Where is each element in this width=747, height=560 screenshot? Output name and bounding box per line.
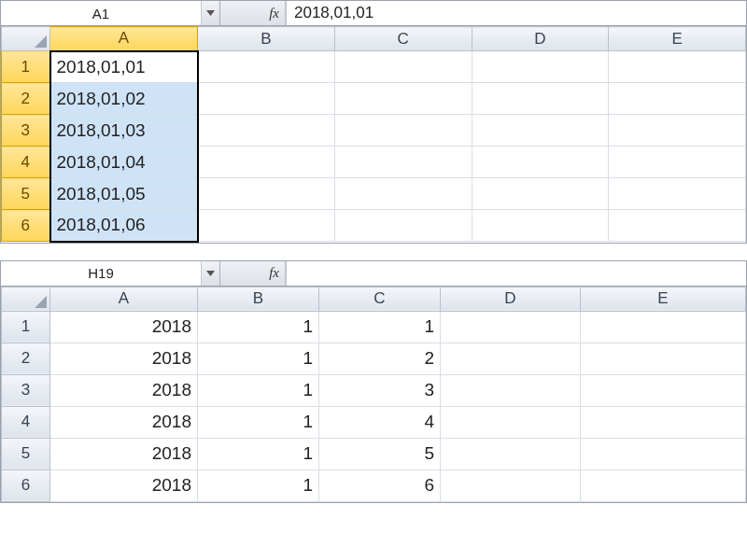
cell[interactable]	[441, 469, 581, 501]
row-header[interactable]: 5	[2, 178, 50, 210]
name-box-dropdown[interactable]	[201, 261, 219, 286]
cell[interactable]	[441, 343, 581, 374]
cell[interactable]: 1	[319, 311, 441, 343]
top-sheet: A1 fx 2018,01,01 A B C D E	[0, 0, 747, 244]
cell[interactable]	[198, 115, 335, 147]
cell[interactable]	[198, 147, 335, 178]
cell[interactable]	[609, 115, 746, 147]
row-header[interactable]: 4	[2, 147, 50, 178]
cell[interactable]: 2018	[50, 343, 198, 374]
cell[interactable]	[581, 343, 746, 374]
cell[interactable]: 3	[319, 374, 441, 406]
col-header[interactable]: D	[441, 287, 581, 311]
cell[interactable]: 2018,01,05	[50, 178, 198, 210]
cell[interactable]	[581, 438, 746, 469]
row-header[interactable]: 1	[2, 311, 50, 343]
cell[interactable]: 2018,01,06	[50, 210, 198, 242]
cell[interactable]: 6	[319, 469, 441, 501]
cell[interactable]	[441, 406, 581, 438]
cell[interactable]	[581, 406, 746, 438]
formula-bar-value[interactable]	[286, 261, 746, 286]
col-header[interactable]: C	[319, 287, 441, 311]
formula-bar-buttons: fx	[220, 261, 286, 286]
cell[interactable]: 2018	[50, 406, 198, 438]
chevron-down-icon	[206, 271, 215, 276]
svg-marker-0	[206, 10, 215, 16]
cell[interactable]	[334, 210, 472, 242]
cell[interactable]: 2018,01,03	[50, 115, 198, 147]
row-header[interactable]: 6	[2, 210, 50, 242]
cell[interactable]: 1	[198, 374, 319, 406]
cell[interactable]	[609, 178, 746, 210]
cell[interactable]: 2018	[50, 438, 198, 469]
col-header[interactable]: B	[198, 27, 335, 51]
name-box-value: H19	[1, 265, 201, 281]
formula-bar-bottom: H19 fx	[0, 260, 747, 287]
cell[interactable]: 1	[198, 406, 319, 438]
name-box[interactable]: A1	[1, 1, 220, 25]
cell[interactable]: 2018	[50, 469, 198, 501]
col-header[interactable]: E	[581, 287, 746, 311]
bottom-sheet: H19 fx A B C D E	[0, 260, 747, 503]
cell[interactable]: 2018,01,02	[50, 83, 198, 115]
cell[interactable]	[334, 83, 472, 115]
cell[interactable]	[334, 51, 472, 83]
cell[interactable]: 1	[198, 311, 319, 343]
select-all-corner[interactable]	[2, 287, 50, 311]
cell[interactable]: 2018,01,04	[50, 147, 198, 178]
cell[interactable]: 2	[319, 343, 441, 374]
cell[interactable]	[581, 374, 746, 406]
col-header[interactable]: B	[198, 287, 319, 311]
cell[interactable]	[441, 438, 581, 469]
cell[interactable]	[609, 83, 746, 115]
cell[interactable]	[472, 51, 609, 83]
row-header[interactable]: 3	[2, 374, 50, 406]
cell[interactable]: 2018,01,01	[50, 51, 198, 83]
row-header[interactable]: 5	[2, 438, 50, 469]
cell[interactable]	[198, 51, 335, 83]
cell[interactable]	[472, 178, 609, 210]
cell[interactable]: 4	[319, 406, 441, 438]
row-header[interactable]: 1	[2, 51, 50, 83]
cell[interactable]	[472, 115, 609, 147]
cell[interactable]	[609, 147, 746, 178]
col-header[interactable]: C	[334, 27, 472, 51]
col-header[interactable]: D	[472, 27, 609, 51]
row-header[interactable]: 2	[2, 343, 50, 374]
select-all-corner[interactable]	[2, 27, 50, 51]
cell[interactable]	[334, 115, 472, 147]
row-header[interactable]: 2	[2, 83, 50, 115]
col-header[interactable]: A	[50, 287, 198, 311]
name-box[interactable]: H19	[1, 261, 220, 286]
col-header[interactable]: E	[609, 27, 746, 51]
cell[interactable]	[198, 83, 335, 115]
cell[interactable]	[441, 374, 581, 406]
cell[interactable]	[581, 311, 746, 343]
cell[interactable]	[581, 469, 746, 501]
cell[interactable]: 5	[319, 438, 441, 469]
formula-bar-top: A1 fx 2018,01,01	[0, 0, 747, 26]
cell[interactable]	[472, 147, 609, 178]
formula-bar-value[interactable]: 2018,01,01	[286, 1, 746, 25]
fx-icon[interactable]: fx	[269, 265, 279, 281]
cell[interactable]	[198, 178, 335, 210]
row-header[interactable]: 6	[2, 469, 50, 501]
name-box-dropdown[interactable]	[201, 1, 219, 25]
row-header[interactable]: 4	[2, 406, 50, 438]
cell[interactable]: 1	[198, 438, 319, 469]
fx-icon[interactable]: fx	[269, 6, 279, 21]
cell[interactable]	[334, 147, 472, 178]
cell[interactable]	[472, 83, 609, 115]
col-header[interactable]: A	[50, 27, 198, 51]
cell[interactable]	[609, 210, 746, 242]
cell[interactable]: 2018	[50, 311, 198, 343]
cell[interactable]	[441, 311, 581, 343]
cell[interactable]: 2018	[50, 374, 198, 406]
cell[interactable]: 1	[198, 343, 319, 374]
cell[interactable]	[334, 178, 472, 210]
cell[interactable]	[472, 210, 609, 242]
row-header[interactable]: 3	[2, 115, 50, 147]
cell[interactable]	[609, 51, 746, 83]
cell[interactable]	[198, 210, 335, 242]
cell[interactable]: 1	[198, 469, 319, 501]
